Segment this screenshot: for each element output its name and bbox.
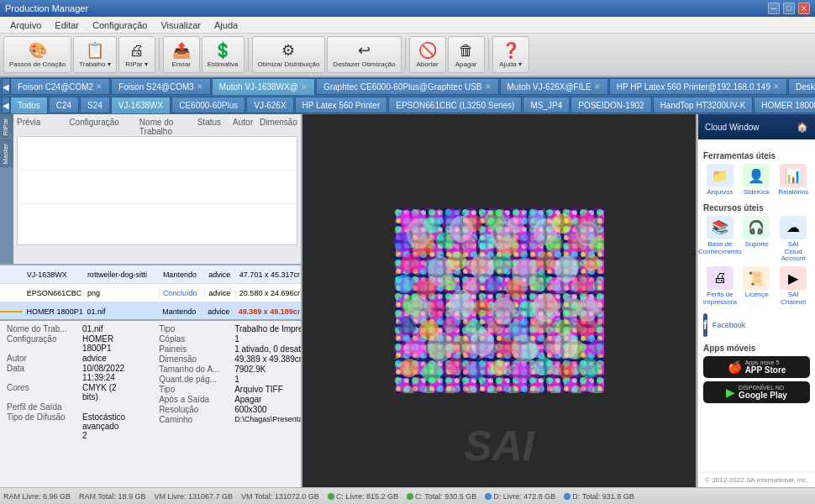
filter-vj1638[interactable]: VJ-1638WX — [111, 97, 171, 113]
left-side-tabs: RIPar Master — [0, 114, 13, 264]
filter-ms-jp4[interactable]: MS_JP4 — [523, 97, 570, 113]
cell-name-3: 01.nif — [84, 307, 160, 317]
side-tab-master[interactable]: Master — [0, 139, 13, 167]
resource-perfis[interactable]: 🖨 Perfis de Impressora — [705, 266, 735, 307]
menu-visualizar[interactable]: Visualizar — [154, 18, 208, 32]
filter-todos[interactable]: Todos — [10, 97, 48, 113]
tab-mutoh-vj1638[interactable]: Mutoh VJ-1638WX@ ✕ — [212, 78, 315, 95]
toolbar-enviar[interactable]: 📤 Enviar — [163, 36, 200, 73]
label-tipo: Tipo — [159, 324, 234, 333]
status-c-total: C: Total: 930.5 GB — [407, 492, 476, 501]
cell-config-2: EPSON661CBC (L32 (3434) — [24, 288, 84, 298]
tab-close-icon[interactable]: ✕ — [96, 82, 103, 91]
resource-base[interactable]: 📚 Base de Conhecimento — [705, 216, 735, 263]
facebook-icon: f — [703, 313, 707, 337]
cell-dim-3: 49.389 x 49.189cm — [235, 307, 301, 317]
resource-sai-channel[interactable]: ▶ SAI Channel — [778, 266, 808, 307]
home-icon[interactable]: 🏠 — [797, 122, 808, 133]
filter-hp[interactable]: HP Latex 560 Printer — [295, 97, 388, 113]
filter-c24[interactable]: C24 — [49, 97, 79, 113]
label-config: Configuração — [7, 334, 82, 353]
resource-sai-cloud[interactable]: ☁ SAI Cloud Account — [778, 216, 808, 263]
filter-s24[interactable]: S24 — [80, 97, 110, 113]
toolbar-abortar[interactable]: 🚫 Abortar — [409, 36, 446, 73]
toolbar-trabalho[interactable]: 📋 Trabalho ▾ — [73, 36, 117, 73]
table-row[interactable]: VJ-1638WX rottweiler-dog-sitti Mantendo … — [0, 265, 301, 284]
table-row[interactable]: EPSON661CBC (L32 (3434) png Concluído ad… — [0, 284, 301, 302]
toolbar: 🎨 Passos de Criação 📋 Trabalho ▾ 🖨 RIPar… — [0, 34, 815, 77]
tab-hp-latex[interactable]: HP HP Latex 560 Printer@192.168.0.149 ✕ — [609, 78, 787, 95]
label-data: Data — [7, 364, 82, 382]
svg-point-99 — [428, 332, 453, 362]
close-button[interactable]: ✕ — [798, 3, 810, 14]
toolbar-otimizar[interactable]: ⚙ Otimizar Distribuição — [252, 36, 326, 73]
tab-close-icon-2[interactable]: ✕ — [197, 82, 203, 91]
tab-left-arrow[interactable]: ◀ — [2, 78, 10, 95]
svg-point-39 — [583, 255, 600, 271]
filter-handtop[interactable]: HandTop HT3200UV-K — [653, 97, 754, 113]
maximize-button[interactable]: □ — [783, 3, 795, 14]
tool-sidekick[interactable]: 👤 SideKick — [741, 164, 771, 197]
svg-point-48 — [573, 274, 593, 294]
tab-foison-s24[interactable]: Foison S24@COM3 ✕ — [111, 78, 211, 95]
tool-arquivos[interactable]: 📁 Arquivos — [705, 164, 735, 197]
val-apos: Apagar — [234, 395, 261, 404]
menu-arquivo[interactable]: Arquivo — [3, 18, 48, 32]
toolbar-passos[interactable]: 🎨 Passos de Criação — [3, 36, 71, 73]
cloud-window-title: Cloud Window — [705, 123, 759, 132]
status-ram-livre: RAM Livre: 6.96 GB — [3, 492, 71, 501]
toolbar-apagar[interactable]: 🗑 Apagar — [448, 36, 485, 73]
filter-homer[interactable]: HOMER 1800P1 — [754, 97, 815, 113]
resource-suporte[interactable]: 🎧 Suporte — [741, 216, 771, 263]
tab-close-icon-3[interactable]: ✕ — [301, 83, 308, 92]
svg-point-97 — [533, 293, 558, 322]
toolbar-sep-2 — [248, 38, 249, 71]
svg-point-77 — [422, 362, 442, 382]
toolbar-ripar[interactable]: 🖨 RIPar ▾ — [118, 36, 155, 73]
google-play-button[interactable]: ▶ DISPONÍVEL NO Google Play — [703, 381, 810, 403]
filter-left-arrow[interactable]: ◀ — [2, 97, 10, 113]
filter-epson[interactable]: EPSON661CBC (L3250 Series) — [388, 97, 522, 113]
cell-config-1: VJ-1638WX — [24, 270, 84, 280]
side-tab-ripar[interactable]: RIPar — [0, 114, 13, 139]
tab-close-icon-6[interactable]: ✕ — [773, 82, 780, 91]
app-title: Production Manager — [5, 3, 88, 13]
label-copias: Cópias — [159, 334, 234, 344]
label-nome: Nome do Trab... — [7, 324, 82, 333]
filter-ce6000[interactable]: CE6000-60Plus — [171, 97, 245, 113]
facebook-link[interactable]: f Facebook — [703, 313, 734, 337]
window-controls: ─ □ ✕ — [768, 3, 810, 14]
filter-poseidon[interactable]: POSEIDON-1902 — [570, 97, 651, 113]
tab-mutoh-vj626[interactable]: Mutoh VJ-626X@FILE ✕ — [500, 78, 608, 95]
val-caminho: D:\Chagas\Presentation_Files\LifeSci\Tex… — [234, 415, 301, 424]
passos-icon: 🎨 — [29, 41, 47, 60]
tab-desktop[interactable]: Desktop Printer System... ✕ — [788, 78, 815, 95]
toolbar-ajuda[interactable]: ❓ Ajuda ▾ — [492, 36, 529, 73]
tab-foison-c24[interactable]: Foison C24@COM2 ✕ — [10, 78, 110, 95]
menu-configuracao[interactable]: Configuração — [86, 18, 154, 32]
cell-author-1: advice — [205, 270, 236, 280]
sai-cloud-label: SAI Cloud Account — [778, 241, 808, 263]
suporte-icon: 🎧 — [743, 216, 770, 239]
status-ram-total: RAM Total: 18.9 GB — [79, 492, 145, 501]
svg-point-102 — [555, 332, 578, 359]
table-row[interactable]: HOMER 1800P1 01.nif Mantendo advice 49.3… — [0, 302, 301, 319]
toolbar-desfazer[interactable]: ↩ Desfazer Otimização — [327, 36, 401, 73]
menu-editar[interactable]: Editar — [48, 18, 86, 32]
tab-close-icon-4[interactable]: ✕ — [485, 82, 492, 91]
tab-graphtec[interactable]: Graphtec CE6000-60Plus@Graphtec USB ✕ — [316, 78, 499, 95]
toolbar-estimativa[interactable]: 💲 Estimativa — [202, 36, 244, 73]
tool-relatorios[interactable]: 📊 Relatórios — [778, 164, 808, 197]
filter-vj626[interactable]: VJ-626X — [246, 97, 293, 113]
cell-name-2: png — [84, 288, 160, 298]
image-display: SAI — [302, 114, 696, 487]
menu-ajuda[interactable]: Ajuda — [208, 18, 244, 32]
ripar-icon: 🖨 — [129, 42, 145, 60]
val-quant-pag: 1 — [234, 375, 239, 384]
job-list-container: VJ-1638WX rottweiler-dog-sitti Mantendo … — [0, 265, 301, 319]
resource-licenca[interactable]: 📜 Licença — [741, 266, 771, 307]
label-quant-pag: Quant.de pág... — [159, 375, 234, 384]
app-store-button[interactable]: 🍎 Apps move 5 APP Store — [703, 356, 810, 378]
minimize-button[interactable]: ─ — [768, 3, 780, 14]
tab-close-icon-5[interactable]: ✕ — [594, 82, 601, 91]
